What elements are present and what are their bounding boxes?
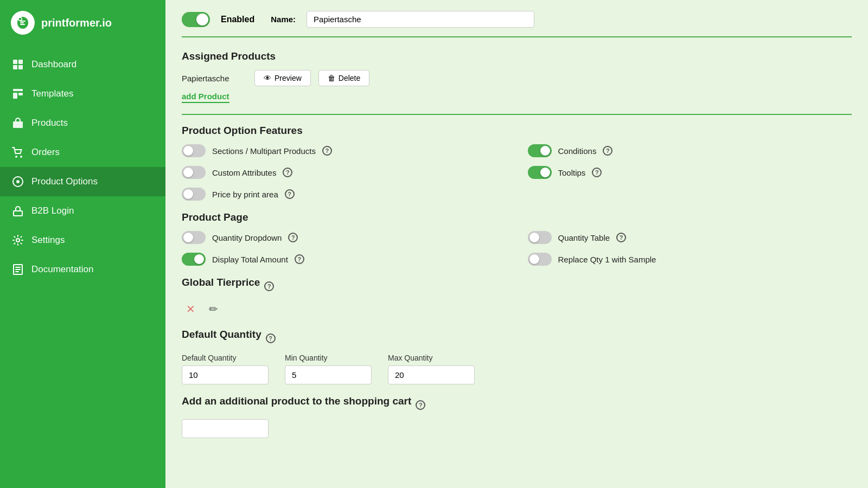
feature-sections: Sections / Multipart Products ? bbox=[182, 144, 506, 157]
delete-button[interactable]: 🗑 Delete bbox=[318, 70, 369, 86]
tierprice-delete-button[interactable]: ✕ bbox=[182, 300, 199, 318]
svg-point-14 bbox=[16, 239, 20, 242]
sidebar-item-label: Settings bbox=[31, 235, 65, 246]
default-qty-help-icon[interactable]: ? bbox=[266, 333, 276, 343]
products-icon bbox=[12, 117, 24, 129]
replace-qty-toggle[interactable] bbox=[528, 253, 552, 266]
svg-rect-4 bbox=[18, 65, 23, 69]
price-by-area-label: Price by print area bbox=[212, 190, 278, 199]
product-option-features-section: Product Option Features Sections / Multi… bbox=[182, 125, 852, 201]
documentation-icon bbox=[12, 264, 24, 275]
svg-rect-2 bbox=[18, 60, 23, 64]
svg-point-10 bbox=[20, 156, 22, 158]
svg-point-0 bbox=[18, 17, 22, 21]
sections-toggle[interactable] bbox=[182, 144, 206, 157]
sidebar-item-products[interactable]: Products bbox=[0, 108, 165, 138]
feature-conditions: Conditions ? bbox=[528, 144, 852, 157]
features-title: Product Option Features bbox=[182, 125, 852, 137]
min-qty-input[interactable] bbox=[285, 365, 372, 384]
sidebar: printformer.io Dashboard bbox=[0, 0, 165, 488]
sidebar-item-orders[interactable]: Orders bbox=[0, 138, 165, 167]
tooltips-toggle[interactable] bbox=[528, 166, 552, 179]
tierprice-help-icon[interactable]: ? bbox=[264, 281, 274, 291]
enabled-label: Enabled bbox=[221, 15, 254, 24]
max-qty-label: Max Quantity bbox=[388, 354, 475, 362]
name-input[interactable] bbox=[307, 11, 534, 28]
templates-icon bbox=[12, 88, 24, 100]
svg-rect-5 bbox=[13, 89, 23, 91]
svg-point-12 bbox=[16, 180, 20, 183]
assigned-products-section: Assigned Products Papiertasche 👁 Preview… bbox=[182, 50, 852, 103]
feature-display-total: Display Total Amount ? bbox=[182, 253, 506, 266]
qty-dropdown-help-icon[interactable]: ? bbox=[288, 233, 298, 242]
conditions-toggle[interactable] bbox=[528, 144, 552, 157]
quantity-fields: Default Quantity Min Quantity Max Quanti… bbox=[182, 354, 852, 384]
svg-rect-8 bbox=[13, 121, 23, 128]
additional-product-help-icon[interactable]: ? bbox=[416, 400, 425, 410]
display-total-toggle[interactable] bbox=[182, 253, 206, 266]
sections-help-icon[interactable]: ? bbox=[322, 146, 332, 156]
tierprice-edit-button[interactable]: ✏ bbox=[205, 300, 222, 318]
enabled-toggle[interactable] bbox=[182, 12, 210, 27]
qty-table-toggle[interactable] bbox=[528, 231, 552, 244]
preview-button[interactable]: 👁 Preview bbox=[254, 70, 311, 86]
default-qty-input[interactable] bbox=[182, 365, 269, 384]
b2b-icon bbox=[12, 205, 24, 217]
sidebar-item-b2b-login[interactable]: B2B Login bbox=[0, 196, 165, 226]
dashboard-icon bbox=[12, 59, 24, 70]
min-qty-field: Min Quantity bbox=[285, 354, 372, 384]
settings-icon bbox=[12, 234, 24, 246]
sections-label: Sections / Multipart Products bbox=[212, 146, 316, 156]
additional-product-title: Add an additional product to the shoppin… bbox=[182, 395, 411, 407]
conditions-label: Conditions bbox=[558, 146, 597, 156]
main-content: Enabled Name: Assigned Products Papierta… bbox=[165, 0, 868, 488]
orders-icon bbox=[12, 146, 24, 158]
sidebar-item-product-options[interactable]: Product Options bbox=[0, 167, 165, 196]
features-grid: Sections / Multipart Products ? Conditio… bbox=[182, 144, 852, 201]
svg-rect-6 bbox=[13, 93, 17, 99]
sidebar-item-label: B2B Login bbox=[31, 206, 74, 216]
sidebar-item-label: Dashboard bbox=[31, 59, 76, 70]
top-bar: Enabled Name: bbox=[182, 11, 852, 37]
custom-attrs-toggle[interactable] bbox=[182, 166, 206, 179]
max-qty-field: Max Quantity bbox=[388, 354, 475, 384]
feature-replace-qty: Replace Qty 1 with Sample bbox=[528, 253, 852, 266]
feature-qty-dropdown: Quantity Dropdown ? bbox=[182, 231, 506, 244]
default-quantity-title: Default Quantity bbox=[182, 329, 261, 341]
default-quantity-section: Default Quantity ? Default Quantity Min … bbox=[182, 329, 852, 384]
product-options-icon bbox=[12, 176, 24, 188]
sidebar-logo: printformer.io bbox=[0, 0, 165, 46]
custom-attrs-help-icon[interactable]: ? bbox=[283, 168, 292, 177]
conditions-help-icon[interactable]: ? bbox=[603, 146, 612, 156]
product-name: Papiertasche bbox=[182, 74, 247, 83]
tooltips-help-icon[interactable]: ? bbox=[592, 168, 602, 177]
qty-table-help-icon[interactable]: ? bbox=[616, 233, 626, 242]
sidebar-item-documentation[interactable]: Documentation bbox=[0, 255, 165, 284]
sidebar-item-label: Documentation bbox=[31, 264, 93, 275]
add-product-link[interactable]: add Product bbox=[182, 92, 229, 103]
sidebar-item-dashboard[interactable]: Dashboard bbox=[0, 50, 165, 79]
preview-icon: 👁 bbox=[264, 74, 271, 82]
sidebar-item-label: Templates bbox=[31, 88, 73, 99]
svg-rect-1 bbox=[13, 60, 17, 64]
sidebar-item-templates[interactable]: Templates bbox=[0, 79, 165, 108]
sidebar-item-label: Product Options bbox=[31, 176, 98, 187]
tierprice-actions: ✕ ✏ bbox=[182, 300, 852, 318]
additional-product-section: Add an additional product to the shoppin… bbox=[182, 395, 852, 438]
tierprice-section: Global Tierprice ? ✕ ✏ bbox=[182, 277, 852, 318]
display-total-help-icon[interactable]: ? bbox=[295, 254, 304, 264]
additional-product-input[interactable] bbox=[182, 419, 269, 438]
qty-dropdown-toggle[interactable] bbox=[182, 231, 206, 244]
name-label: Name: bbox=[271, 15, 296, 24]
replace-qty-label: Replace Qty 1 with Sample bbox=[558, 255, 656, 264]
price-by-area-toggle[interactable] bbox=[182, 188, 206, 201]
sidebar-item-settings[interactable]: Settings bbox=[0, 226, 165, 255]
max-qty-input[interactable] bbox=[388, 365, 475, 384]
assigned-products-title: Assigned Products bbox=[182, 50, 852, 62]
sidebar-item-label: Products bbox=[31, 118, 68, 129]
product-page-section: Product Page Quantity Dropdown ? Quantit… bbox=[182, 211, 852, 266]
min-qty-label: Min Quantity bbox=[285, 354, 372, 362]
svg-rect-3 bbox=[13, 65, 17, 69]
custom-attrs-label: Custom Attributes bbox=[212, 168, 276, 177]
price-by-area-help-icon[interactable]: ? bbox=[285, 189, 295, 199]
